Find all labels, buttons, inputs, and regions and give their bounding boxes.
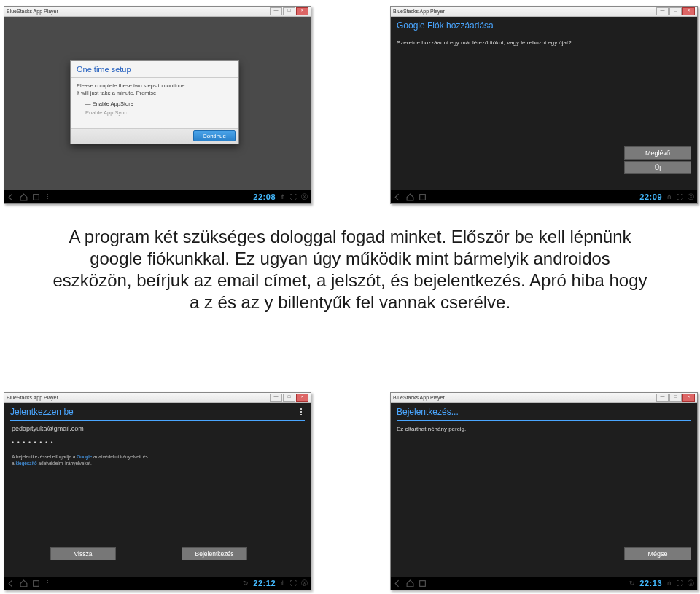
window-close-button[interactable]: × [296,394,308,402]
clock: 22:12 [253,579,276,587]
window-titlebar: BlueStacks App Player — □ × [391,393,697,403]
back-icon[interactable] [394,579,402,587]
one-time-setup-dialog: One time setup Please complete these two… [70,60,239,144]
window-minimize-button[interactable]: — [270,394,282,402]
menu-icon[interactable]: ⋮ [44,193,51,200]
recent-apps-icon[interactable] [419,193,427,201]
sync-icon: ↻ [629,579,635,587]
page-title: Bejelentkezés... [391,403,697,420]
window-buttons: — □ × [270,7,308,15]
home-icon[interactable] [20,579,28,587]
back-button[interactable]: Vissza [50,547,116,560]
dialog-body: Please complete these two steps to conti… [71,78,238,128]
account-question: Szeretne hozzáadni egy már létező fiókot… [391,39,697,47]
android-nav-bar: ⋮ ↻ 22:12 ⋔ ⛶ ⓧ [4,577,311,590]
fullscreen-icon[interactable]: ⛶ [290,193,297,200]
clock: 22:09 [639,192,662,201]
window-close-button[interactable]: × [682,7,695,15]
window-title: BlueStacks App Player [7,9,270,14]
setup-step-appstore: — Enable AppStore [85,100,233,109]
password-field[interactable]: • • • • • • • • [12,439,136,448]
window-close-button[interactable]: × [296,7,308,15]
app-body: Bejelentkezés... Ez eltarthat néhány per… [391,403,697,577]
overflow-menu-icon[interactable] [298,407,305,417]
share-icon[interactable]: ⋔ [280,579,286,587]
dialog-line-2: It will just take a minute. Promise [77,90,233,97]
menu-icon[interactable]: ⋮ [44,579,51,587]
window-close-button[interactable]: × [682,394,695,402]
home-icon[interactable] [406,193,414,201]
setup-step-appsync: Enable App Sync [85,109,233,117]
fullscreen-icon[interactable]: ⛶ [677,579,683,587]
share-icon[interactable]: ⋔ [280,193,286,200]
cancel-button[interactable]: Mégse [624,547,691,560]
email-field[interactable]: pedapityuka@gmail.com [12,425,136,434]
window-titlebar: BlueStacks App Player — □ × [4,7,311,17]
screenshot-sign-in: BlueStacks App Player — □ × Jelentkezzen… [4,392,311,590]
clock: 22:13 [639,579,662,587]
screenshot-add-google-account: BlueStacks App Player — □ × Google Fiók … [390,6,698,204]
screenshot-signing-in: BlueStacks App Player — □ × Bejelentkezé… [390,392,698,590]
close-icon[interactable]: ⓧ [688,192,694,202]
android-nav-bar: 22:09 ⋔ ⛶ ⓧ [391,190,697,203]
android-nav-bar: ⋮ 22:08 ⋔ ⛶ ⓧ [4,190,311,203]
window-buttons: — □ × [270,394,308,402]
fullscreen-icon[interactable]: ⛶ [290,579,297,587]
sign-in-button[interactable]: Bejelentkezés [182,547,247,560]
page-title: Jelentkezzen be [4,403,311,420]
continue-button[interactable]: Continue [193,130,236,141]
recent-apps-icon[interactable] [32,193,40,201]
privacy-fineprint: A bejelentkezéssel elfogadja a Google ad… [12,454,179,467]
new-account-button[interactable]: Új [624,161,691,174]
dialog-line-1: Please complete these two steps to conti… [77,82,233,90]
app-body: One time setup Please complete these two… [4,17,311,190]
svg-rect-1 [420,194,426,200]
svg-rect-2 [34,580,39,586]
existing-account-button[interactable]: Meglévő [624,146,691,160]
recent-apps-icon[interactable] [419,579,427,587]
home-icon[interactable] [20,193,28,201]
svg-rect-3 [420,580,426,586]
google-privacy-link[interactable]: Google [77,454,92,459]
share-icon[interactable]: ⋔ [666,579,672,587]
instruction-paragraph: A program két szükséges dologgal fogad m… [51,226,649,313]
screenshot-one-time-setup: BlueStacks App Player — □ × One time set… [4,6,311,204]
back-icon[interactable] [7,193,15,201]
recent-apps-icon[interactable] [32,579,40,587]
wait-message: Ez eltarthat néhány percig. [391,425,697,433]
window-minimize-button[interactable]: — [656,7,669,15]
window-maximize-button[interactable]: □ [283,7,295,15]
window-maximize-button[interactable]: □ [283,394,295,402]
window-minimize-button[interactable]: — [656,394,669,402]
close-icon[interactable]: ⓧ [688,579,694,588]
fullscreen-icon[interactable]: ⛶ [677,193,683,200]
page-title: Google Fiók hozzáadása [391,17,697,34]
back-icon[interactable] [7,579,15,587]
close-icon[interactable]: ⓧ [301,192,308,202]
window-title: BlueStacks App Player [7,395,270,400]
home-icon[interactable] [406,579,414,587]
clock: 22:08 [253,192,276,201]
window-buttons: — □ × [656,394,695,402]
svg-rect-0 [34,194,39,200]
window-maximize-button[interactable]: □ [669,7,682,15]
back-icon[interactable] [394,193,402,201]
window-maximize-button[interactable]: □ [669,394,682,402]
share-icon[interactable]: ⋔ [666,193,672,200]
window-title: BlueStacks App Player [393,9,656,14]
dialog-title: One time setup [71,61,238,77]
app-body: Jelentkezzen be pedapityuka@gmail.com • … [4,403,311,577]
window-titlebar: BlueStacks App Player — □ × [4,393,311,403]
android-nav-bar: ↻ 22:13 ⋔ ⛶ ⓧ [391,577,697,590]
window-titlebar: BlueStacks App Player — □ × [391,7,697,17]
sync-icon: ↻ [243,579,249,587]
additional-privacy-link[interactable]: kiegészítő [15,461,36,466]
app-body: Google Fiók hozzáadása Szeretne hozzáadn… [391,17,697,190]
window-title: BlueStacks App Player [393,395,656,400]
window-buttons: — □ × [656,7,695,15]
close-icon[interactable]: ⓧ [301,579,308,588]
window-minimize-button[interactable]: — [270,7,282,15]
